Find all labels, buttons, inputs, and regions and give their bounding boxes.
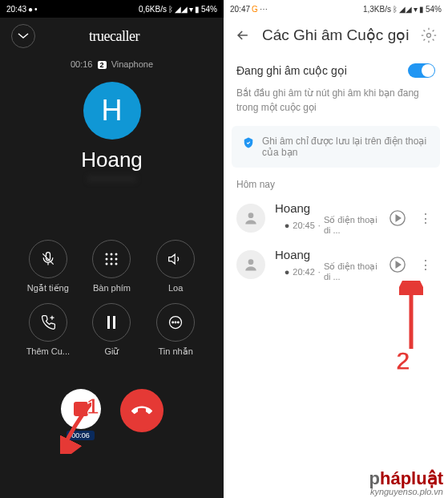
contact-avatar [236,250,265,279]
call-header: truecaller [0,18,224,55]
recording-name: Hoang [275,201,379,215]
svg-point-15 [427,33,431,37]
svg-point-16 [248,213,254,218]
person-icon [243,210,259,226]
svg-point-13 [175,322,176,323]
shield-check-icon [243,137,254,148]
recording-detail: Số điện thoại di ... [324,261,379,281]
mute-button[interactable] [29,240,67,278]
more-button[interactable]: ⋮ [416,208,435,229]
recording-time: 20:42 [293,267,315,277]
status-data: 0,6KB/s [139,5,167,14]
outgoing-icon [275,268,281,276]
back-button[interactable] [235,27,251,43]
watermark: phápluật kynguyenso.plo.vn [369,470,443,496]
keypad-button[interactable] [92,240,131,278]
record-indicator-icon [74,402,88,416]
signal-icon: ◢◢ [399,5,412,14]
bluetooth-icon: ᛒ [393,5,398,14]
dots-icon: ⋯ [260,5,268,14]
status-battery: 54% [201,5,217,14]
play-button[interactable] [389,256,406,273]
svg-point-7 [111,263,113,265]
svg-point-4 [111,258,113,261]
settings-card: Đang ghi âm cuộc gọi Bắt đầu ghi âm từ n… [224,52,448,126]
record-dot-icon: ● [285,267,290,277]
svg-point-2 [115,253,118,256]
recording-item[interactable]: Hoang ● 20:45 · Số điện thoại di ... ⋮ [224,195,448,241]
status-battery: 54% [426,5,442,14]
hangup-icon [131,400,152,421]
wifi-icon: ▾ [189,5,193,14]
wifi-icon: ▾ [414,5,418,14]
chevron-down-icon [18,33,29,39]
signal-icon: ◢◢ [175,5,188,14]
play-button[interactable] [389,209,406,227]
screen-header: Các Ghi âm Cuộc gọi [224,18,448,52]
screen-title: Các Ghi âm Cuộc gọi [262,26,410,44]
recording-name: Hoang [275,248,379,261]
svg-point-8 [115,263,118,265]
svg-rect-10 [113,316,115,329]
sim-badge: 2 [98,61,107,69]
record-dot-icon: ● [285,221,290,230]
truecaller-logo: truecaller [89,28,139,45]
message-icon [167,314,184,330]
speaker-button[interactable] [156,240,195,278]
contact-avatar [236,204,265,233]
svg-point-18 [248,259,254,265]
keypad-icon [104,252,119,266]
message-label: Tin nhắn [159,346,193,357]
battery-icon: ▮ [195,5,200,14]
hold-button[interactable] [92,303,131,342]
watermark-brand: hápluật [380,468,443,488]
hold-label: Giữ [104,346,119,357]
more-button[interactable]: ⋮ [416,254,435,276]
svg-point-0 [106,253,108,256]
recording-toggle[interactable] [408,63,435,78]
speaker-label: Loa [168,283,183,293]
mute-label: Ngắt tiếng [27,283,69,294]
carrier-name: Vinaphone [111,59,153,69]
caller-avatar: H [83,82,141,140]
call-duration: 00:16 [71,59,93,69]
truecaller-call-screen: 20:43 ● • 0,6KB/s ᛒ ◢◢ ▾ ▮ 54% truecalle… [0,0,224,498]
outgoing-icon [275,221,281,229]
section-label: Hôm nay [224,168,448,195]
svg-point-14 [178,322,180,323]
svg-rect-9 [107,316,110,329]
message-button[interactable] [156,303,195,342]
toggle-label: Đang ghi âm cuộc gọi [236,64,347,77]
recording-time: 20:45 [293,221,315,230]
notification-icon: • [34,5,38,14]
watermark-site: kynguyenso.plo.vn [369,488,443,496]
svg-point-5 [115,258,118,261]
bottom-actions: 00:06 [0,389,224,432]
status-time: 20:43 [6,5,26,14]
minimize-button[interactable] [11,24,35,48]
watermark-p: p [369,468,380,488]
add-call-icon [40,314,56,330]
hangup-button[interactable] [120,389,163,432]
caller-name: Hoang [0,148,224,172]
add-call-label: Thêm Cu... [26,346,70,356]
info-notice: Ghi âm chỉ được lưu lại trên điện thoại … [232,126,440,168]
bluetooth-icon: ᛒ [168,5,173,14]
svg-point-3 [106,258,108,261]
mute-icon [40,251,56,267]
svg-point-12 [172,322,174,323]
avatar-letter: H [102,94,123,128]
keypad-label: Bàn phím [93,283,131,293]
status-bar: 20:47 G ⋯ 1,3KB/s ᛒ ◢◢ ▾ ▮ 54% [224,0,448,18]
recordings-screen: 20:47 G ⋯ 1,3KB/s ᛒ ◢◢ ▾ ▮ 54% Các Ghi â… [224,0,448,498]
svg-point-1 [111,253,113,256]
battery-icon: ▮ [419,5,424,14]
recording-item[interactable]: Hoang ● 20:42 · Số điện thoại di ... ⋮ [224,241,448,288]
whatsapp-icon: ● [28,5,33,14]
annotation-number-2: 2 [396,346,410,376]
call-info: 00:16 2 Vinaphone [0,59,224,69]
settings-button[interactable] [421,27,437,43]
toggle-description: Bắt đầu ghi âm từ nút ghi âm khi bạn đan… [236,86,435,115]
pause-icon [106,316,117,329]
add-call-button[interactable] [29,303,67,342]
